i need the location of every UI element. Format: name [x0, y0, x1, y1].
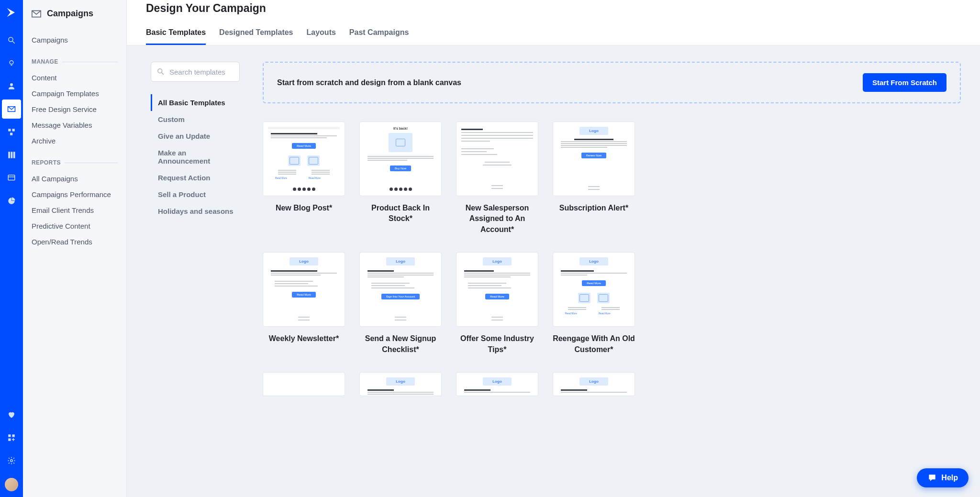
- tab-designed-templates[interactable]: Designed Templates: [219, 23, 293, 45]
- tab-basic-templates[interactable]: Basic Templates: [146, 23, 206, 45]
- svg-point-2: [10, 61, 13, 65]
- reports-icon[interactable]: [2, 191, 21, 210]
- svg-point-4: [10, 83, 13, 86]
- sidebar: Campaigns Campaigns MANAGE Content Campa…: [23, 0, 127, 497]
- template-card[interactable]: Logo Read More Offer Some Industry Tips*: [456, 252, 538, 355]
- app-logo[interactable]: [5, 6, 18, 19]
- sidebar-section-manage: MANAGE: [29, 58, 121, 65]
- sidebar-header: Campaigns: [29, 9, 121, 19]
- gear-icon[interactable]: [2, 451, 21, 470]
- template-grid: Read More Read More Read More New Blog P…: [263, 121, 961, 396]
- sidebar-predictive-content[interactable]: Predictive Content: [29, 218, 121, 234]
- category-list: All Basic Templates Custom Give an Updat…: [151, 94, 240, 220]
- template-card[interactable]: Logo: [456, 372, 538, 396]
- svg-rect-10: [13, 152, 15, 158]
- sidebar-message-vars[interactable]: Message Variables: [29, 117, 121, 133]
- search-wrap: [151, 62, 240, 82]
- template-card[interactable]: Logo Read More Read More Read More Reeng…: [553, 252, 635, 355]
- sidebar-campaigns[interactable]: Campaigns: [29, 32, 121, 48]
- template-thumb: Logo: [553, 372, 635, 396]
- sidebar-open-read-trends[interactable]: Open/Read Trends: [29, 234, 121, 250]
- chat-icon: [927, 473, 937, 483]
- tabs: Basic Templates Designed Templates Layou…: [146, 23, 961, 45]
- svg-rect-15: [8, 439, 11, 441]
- start-from-scratch-button[interactable]: Start From Scratch: [863, 73, 947, 92]
- sidebar-content[interactable]: Content: [29, 70, 121, 86]
- page-title: Design Your Campaign: [146, 0, 961, 23]
- template-thumb: Logo Sign Into Your Account: [359, 252, 442, 327]
- template-thumb: Logo Read More: [456, 252, 538, 327]
- template-thumb: Logo Read More Read More Read More: [553, 252, 635, 327]
- campaigns-icon[interactable]: [2, 99, 21, 119]
- template-title: Weekly Newsletter*: [269, 333, 339, 344]
- template-card[interactable]: Logo: [553, 372, 635, 396]
- search-icon[interactable]: [2, 31, 21, 50]
- svg-rect-11: [8, 175, 15, 180]
- iconbar: [0, 0, 23, 497]
- heart-icon[interactable]: [2, 405, 21, 424]
- tab-past-campaigns[interactable]: Past Campaigns: [349, 23, 409, 45]
- content: All Basic Templates Custom Give an Updat…: [127, 45, 980, 497]
- sidebar-all-campaigns[interactable]: All Campaigns: [29, 171, 121, 187]
- template-thumb: Logo: [456, 372, 538, 396]
- template-card[interactable]: New Salesperson Assigned to An Account*: [456, 121, 538, 235]
- sidebar-title: Campaigns: [47, 9, 93, 19]
- template-thumb: Logo Renew Now: [553, 121, 635, 196]
- template-card[interactable]: Logo Read More Weekly Newsletter*: [263, 252, 345, 355]
- start-from-scratch-box: Start from scratch and design from a bla…: [263, 62, 961, 103]
- deals-icon[interactable]: [2, 145, 21, 165]
- sidebar-campaign-templates[interactable]: Campaign Templates: [29, 86, 121, 101]
- template-card[interactable]: Logo: [359, 372, 442, 396]
- template-thumb: Read More Read More Read More: [263, 121, 345, 196]
- cat-custom[interactable]: Custom: [151, 111, 240, 128]
- cat-announcement[interactable]: Make an Announcement: [151, 144, 240, 169]
- template-thumb: Logo: [359, 372, 442, 396]
- cat-all[interactable]: All Basic Templates: [151, 94, 240, 111]
- cat-request-action[interactable]: Request Action: [151, 169, 240, 186]
- template-thumb: [263, 372, 345, 396]
- template-card[interactable]: Logo Renew Now Subscription Alert*: [553, 121, 635, 235]
- svg-line-1: [12, 41, 15, 44]
- template-card[interactable]: [263, 372, 345, 396]
- contact-icon[interactable]: [2, 77, 21, 96]
- template-card[interactable]: Logo Sign Into Your Account Send a New S…: [359, 252, 442, 355]
- template-title: Subscription Alert*: [559, 203, 628, 213]
- scratch-text: Start from scratch and design from a bla…: [277, 78, 461, 87]
- template-card[interactable]: Read More Read More Read More New Blog P…: [263, 121, 345, 235]
- template-title: Product Back In Stock*: [359, 203, 442, 224]
- svg-rect-14: [12, 434, 15, 437]
- templates-column: Start from scratch and design from a bla…: [263, 62, 961, 478]
- svg-line-18: [162, 73, 164, 75]
- cat-sell-product[interactable]: Sell a Product: [151, 186, 240, 203]
- cat-holidays[interactable]: Holidays and seasons: [151, 203, 240, 220]
- svg-point-0: [9, 37, 13, 42]
- svg-rect-5: [8, 129, 11, 131]
- tab-layouts[interactable]: Layouts: [307, 23, 336, 45]
- automations-icon[interactable]: [2, 122, 21, 142]
- template-card[interactable]: It's back! Buy Now Product Back In Stock…: [359, 121, 442, 235]
- template-thumb: Logo Read More: [263, 252, 345, 327]
- main-header: Design Your Campaign Basic Templates Des…: [127, 0, 980, 45]
- svg-rect-13: [8, 434, 11, 437]
- template-thumb: It's back! Buy Now: [359, 121, 442, 196]
- avatar[interactable]: [5, 478, 18, 491]
- site-icon[interactable]: [2, 168, 21, 188]
- search-icon: [157, 68, 164, 75]
- envelope-icon: [32, 10, 41, 18]
- main: Design Your Campaign Basic Templates Des…: [127, 0, 980, 497]
- svg-rect-6: [12, 129, 15, 131]
- apps-icon[interactable]: [2, 428, 21, 447]
- sidebar-campaigns-performance[interactable]: Campaigns Performance: [29, 187, 121, 202]
- template-thumb: [456, 121, 538, 196]
- template-title: Reengage With An Old Customer*: [553, 333, 635, 355]
- svg-rect-9: [11, 152, 13, 158]
- template-title: Send a New Signup Checklist*: [359, 333, 442, 355]
- sidebar-email-client-trends[interactable]: Email Client Trends: [29, 202, 121, 218]
- sidebar-archive[interactable]: Archive: [29, 133, 121, 149]
- svg-point-16: [11, 460, 13, 462]
- lightbulb-icon[interactable]: [2, 54, 21, 73]
- help-button[interactable]: Help: [917, 468, 969, 487]
- svg-point-17: [158, 69, 162, 73]
- cat-update[interactable]: Give an Update: [151, 128, 240, 144]
- sidebar-free-design[interactable]: Free Design Service: [29, 101, 121, 117]
